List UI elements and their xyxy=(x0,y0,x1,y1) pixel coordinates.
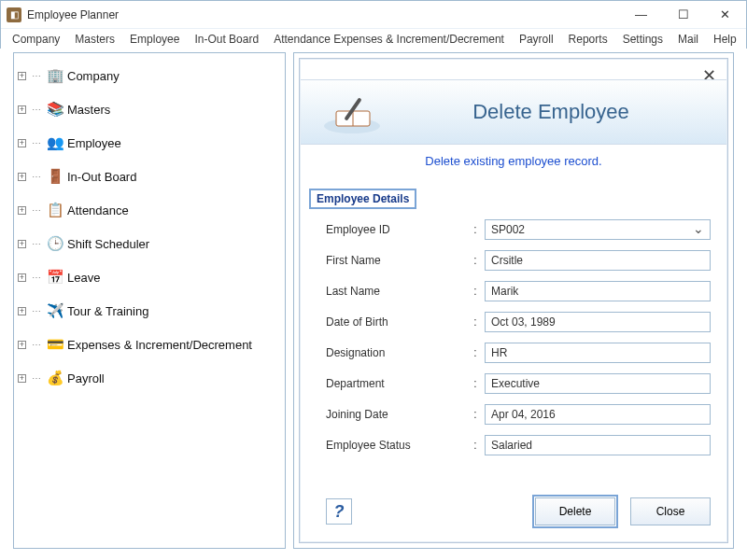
tree-item-company[interactable]: + ⋯ 🏢 Company xyxy=(14,59,285,92)
field-joining-date: Joining Date : Apr 04, 2016 xyxy=(326,404,711,425)
tree-label: Leave xyxy=(67,271,100,285)
menu-help[interactable]: Help xyxy=(706,33,744,46)
employee-id-label: Employee ID xyxy=(326,223,466,236)
employee-details-label: Employee Details xyxy=(309,189,416,209)
employee-details-form: Employee ID : SP002 First Name : Crsitle… xyxy=(326,219,711,466)
help-button[interactable]: ? xyxy=(326,498,352,525)
expenses-icon: 💳 xyxy=(47,336,63,353)
dialog-header: Delete Employee xyxy=(301,79,726,145)
tree-item-leave[interactable]: + ⋯ 📅 Leave xyxy=(14,260,285,294)
tree-item-payroll[interactable]: + ⋯ 💰 Payroll xyxy=(14,361,285,395)
field-first-name: First Name : Crsitle xyxy=(326,250,711,271)
window-titlebar: ◧ Employee Planner — ☐ ✕ xyxy=(1,1,746,29)
window-minimize-button[interactable]: — xyxy=(620,1,662,29)
dialog-subtitle: Delete existing employee record. xyxy=(300,154,727,168)
field-last-name: Last Name : Marik xyxy=(326,281,711,301)
tree-expander-icon[interactable]: + xyxy=(18,139,26,147)
tree-expander-icon[interactable]: + xyxy=(18,307,26,315)
department-input[interactable]: Executive xyxy=(485,373,711,394)
tree-label: In-Out Board xyxy=(67,170,136,184)
tree-label: Payroll xyxy=(67,371,105,385)
tree-item-expenses[interactable]: + ⋯ 💳 Expenses & Increment/Decrement xyxy=(14,328,285,361)
tree-label: Expenses & Increment/Decrement xyxy=(67,338,252,352)
tree-connector-icon: ⋯ xyxy=(32,273,41,283)
tree-connector-icon: ⋯ xyxy=(32,306,41,316)
first-name-label: First Name xyxy=(326,254,466,267)
tree-connector-icon: ⋯ xyxy=(32,340,41,350)
tree-expander-icon[interactable]: + xyxy=(18,206,26,215)
field-employee-status: Employee Status : Salaried xyxy=(326,435,711,455)
menu-masters[interactable]: Masters xyxy=(67,33,122,46)
navigation-tree: + ⋯ 🏢 Company + ⋯ 📚 Masters + ⋯ 👥 Employ… xyxy=(13,52,286,549)
last-name-input[interactable]: Marik xyxy=(485,281,711,301)
payroll-icon: 💰 xyxy=(47,370,63,386)
company-icon: 🏢 xyxy=(47,67,63,84)
tree-connector-icon: ⋯ xyxy=(32,373,41,384)
menu-employee[interactable]: Employee xyxy=(122,33,187,46)
dob-input[interactable]: Oct 03, 1989 xyxy=(485,312,711,332)
last-name-label: Last Name xyxy=(326,285,466,298)
dob-label: Date of Birth xyxy=(326,315,466,329)
menu-in-out-board[interactable]: In-Out Board xyxy=(187,33,266,46)
tree-label: Shift Scheduler xyxy=(67,237,149,251)
menu-company[interactable]: Company xyxy=(5,33,67,46)
shift-icon: 🕒 xyxy=(47,235,63,252)
tree-item-masters[interactable]: + ⋯ 📚 Masters xyxy=(14,92,285,126)
tree-connector-icon: ⋯ xyxy=(32,239,41,249)
tree-item-shift-scheduler[interactable]: + ⋯ 🕒 Shift Scheduler xyxy=(14,227,285,260)
leave-icon: 📅 xyxy=(47,269,63,286)
delete-button[interactable]: Delete xyxy=(535,497,615,525)
tree-connector-icon: ⋯ xyxy=(32,105,41,115)
window-maximize-button[interactable]: ☐ xyxy=(662,1,704,29)
tree-connector-icon: ⋯ xyxy=(32,71,41,81)
window-title: Employee Planner xyxy=(27,8,620,21)
tour-icon: ✈️ xyxy=(47,302,63,319)
window-close-button[interactable]: ✕ xyxy=(704,1,746,29)
tree-expander-icon[interactable]: + xyxy=(18,173,26,181)
close-button[interactable]: Close xyxy=(630,497,711,525)
first-name-input[interactable]: Crsitle xyxy=(485,250,711,271)
tree-expander-icon[interactable]: + xyxy=(18,341,26,349)
tree-label: Masters xyxy=(67,103,110,117)
employee-icon: 👥 xyxy=(47,134,63,151)
tree-item-in-out-board[interactable]: + ⋯ 🚪 In-Out Board xyxy=(14,160,285,193)
notebook-pen-icon xyxy=(301,79,403,145)
field-employee-id: Employee ID : SP002 xyxy=(326,219,711,240)
menubar: Company Masters Employee In-Out Board At… xyxy=(1,29,746,49)
tree-expander-icon[interactable]: + xyxy=(18,240,26,248)
tree-connector-icon: ⋯ xyxy=(32,205,41,216)
workspace: + ⋯ 🏢 Company + ⋯ 📚 Masters + ⋯ 👥 Employ… xyxy=(0,49,747,560)
tree-item-tour-training[interactable]: + ⋯ ✈️ Tour & Training xyxy=(14,294,285,328)
dialog-title: Delete Employee xyxy=(403,100,726,124)
in-out-icon: 🚪 xyxy=(47,168,63,185)
attendance-icon: 📋 xyxy=(47,202,63,218)
field-department: Department : Executive xyxy=(326,373,711,394)
app-icon: ◧ xyxy=(7,7,21,22)
field-designation: Designation : HR xyxy=(326,343,711,363)
masters-icon: 📚 xyxy=(47,101,63,118)
joining-date-input[interactable]: Apr 04, 2016 xyxy=(485,404,711,425)
tree-label: Attendance xyxy=(67,203,129,217)
menu-reports[interactable]: Reports xyxy=(561,33,615,46)
tree-item-employee[interactable]: + ⋯ 👥 Employee xyxy=(14,126,285,160)
menu-attendance-expenses[interactable]: Attendance Expenses & Increment/Decremen… xyxy=(266,33,512,46)
tree-expander-icon[interactable]: + xyxy=(18,105,26,114)
tree-connector-icon: ⋯ xyxy=(32,138,41,148)
tree-connector-icon: ⋯ xyxy=(32,172,41,182)
dialog-footer: ? Delete Close xyxy=(326,497,711,525)
tree-item-attendance[interactable]: + ⋯ 📋 Attendance xyxy=(14,193,285,227)
menu-payroll[interactable]: Payroll xyxy=(512,33,561,46)
tree-expander-icon[interactable]: + xyxy=(18,374,26,383)
tree-label: Employee xyxy=(67,136,121,150)
employee-status-input[interactable]: Salaried xyxy=(485,435,711,455)
menu-settings[interactable]: Settings xyxy=(615,33,670,46)
employee-status-label: Employee Status xyxy=(326,439,466,452)
tree-label: Company xyxy=(67,69,120,83)
tree-expander-icon[interactable]: + xyxy=(18,72,26,80)
department-label: Department xyxy=(326,377,466,390)
field-date-of-birth: Date of Birth : Oct 03, 1989 xyxy=(326,312,711,332)
employee-id-select[interactable]: SP002 xyxy=(485,219,711,240)
designation-input[interactable]: HR xyxy=(485,343,711,363)
tree-expander-icon[interactable]: + xyxy=(18,273,26,282)
menu-mail[interactable]: Mail xyxy=(670,33,706,46)
